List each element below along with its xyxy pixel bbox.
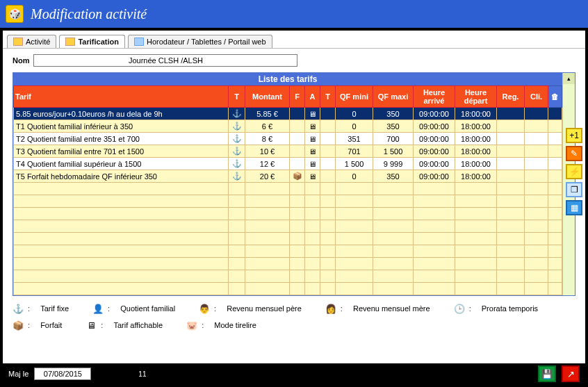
cell (290, 258, 305, 270)
cell: 18:00:00 (455, 170, 497, 183)
table-row[interactable]: T1 Quotient familial inférieur à 350⚓6 €… (14, 120, 562, 133)
col-t2[interactable]: T (320, 86, 336, 108)
anchor-icon (229, 283, 245, 295)
cell: 350 (373, 170, 414, 183)
cell (525, 145, 548, 158)
name-label: Nom (13, 56, 29, 65)
close-button[interactable]: ↗ (562, 365, 580, 382)
anchor-icon (229, 208, 245, 220)
cell (336, 270, 373, 283)
col-qfmini[interactable]: QF mini (336, 86, 373, 108)
cell: 09:00:00 (414, 170, 455, 183)
cell (414, 183, 455, 195)
tab-tarification[interactable]: Tarification (59, 35, 124, 48)
cell (245, 183, 290, 195)
cell (320, 195, 336, 208)
col-a[interactable]: A (305, 86, 320, 108)
majle-date-input[interactable] (34, 368, 91, 380)
cell (290, 133, 305, 145)
cell (497, 170, 525, 183)
anchor-icon (229, 220, 245, 233)
cell (414, 233, 455, 245)
legend-label: Tarif affichable (113, 321, 163, 329)
tab-activite[interactable]: Activité (7, 35, 56, 48)
table-row[interactable]: T4 Quotient familial supérieur à 1500⚓12… (14, 158, 562, 170)
window-title: Modification activité (31, 6, 147, 22)
action-sidebar: +1 ✎ ⚡ ❐ ▦ (566, 128, 582, 215)
cell (290, 158, 305, 170)
col-heure-depart[interactable]: Heure départ (455, 86, 497, 108)
cell: 350 (373, 108, 414, 120)
cell (336, 283, 373, 295)
tab-label: Horodateur / Tablettes / Portail web (147, 38, 266, 46)
cell (497, 258, 525, 270)
titlebar: 🎲 Modification activité (0, 0, 588, 28)
col-cli[interactable]: Cli. (525, 86, 548, 108)
tab-horodateur[interactable]: Horodateur / Tablettes / Portail web (128, 35, 272, 48)
col-tarif[interactable]: Tarif (14, 86, 229, 108)
legend-label: Forfait (40, 321, 62, 329)
copy-button[interactable]: ❐ (566, 182, 582, 197)
col-delete[interactable]: 🗑 (548, 86, 562, 108)
table-row[interactable]: T5 Forfait hebdomadaire QF inférieur 350… (14, 170, 562, 183)
info-button[interactable]: ▦ (566, 200, 582, 215)
table-row[interactable] (14, 220, 562, 233)
scroll-up-button[interactable]: ▴ (563, 73, 575, 84)
table-row[interactable] (14, 233, 562, 245)
table-row[interactable] (14, 183, 562, 195)
table-row[interactable]: 5.85 euros/jour+0.10euros /h au dela de … (14, 108, 562, 120)
cell (290, 195, 305, 208)
table-row[interactable] (14, 270, 562, 283)
table-row[interactable]: T3 Quotient familial entre 701 et 1500⚓1… (14, 145, 562, 158)
cell (548, 245, 562, 258)
cell (320, 120, 336, 133)
delete-button[interactable]: ⚡ (566, 164, 582, 179)
cell: 09:00:00 (414, 133, 455, 145)
cell (497, 245, 525, 258)
cell (14, 245, 229, 258)
display-icon (305, 283, 320, 295)
cell (290, 145, 305, 158)
tab-icon (65, 38, 75, 46)
cell (525, 120, 548, 133)
cell (548, 145, 562, 158)
person-icon: 👤 (92, 303, 104, 314)
anchor-icon: ⚓ (229, 120, 245, 133)
table-row[interactable] (14, 245, 562, 258)
cell (320, 208, 336, 220)
cell: 09:00:00 (414, 145, 455, 158)
footer: Maj le 11 💾 ↗ (3, 363, 585, 384)
edit-button[interactable]: ✎ (566, 146, 582, 161)
col-reg[interactable]: Reg. (497, 86, 525, 108)
table-row[interactable] (14, 258, 562, 270)
table-row[interactable]: T2 Quotient familial entre 351 et 700⚓8 … (14, 133, 562, 145)
cell: 700 (373, 133, 414, 145)
col-qfmaxi[interactable]: QF maxi (373, 86, 414, 108)
col-t[interactable]: T (229, 86, 245, 108)
display-icon (305, 208, 320, 220)
cell: 20 € (245, 170, 290, 183)
table-header-row: Tarif T Montant F A T QF mini QF maxi He… (14, 86, 562, 108)
cell (245, 208, 290, 220)
cell: 701 (336, 145, 373, 158)
cell: 18:00:00 (455, 120, 497, 133)
name-input[interactable] (33, 54, 297, 67)
col-f[interactable]: F (290, 86, 305, 108)
cell (455, 195, 497, 208)
table-row[interactable] (14, 208, 562, 220)
add-button[interactable]: +1 (566, 128, 582, 143)
cell (373, 233, 414, 245)
tab-icon (13, 38, 23, 46)
cell (548, 108, 562, 120)
col-montant[interactable]: Montant (245, 86, 290, 108)
cell (14, 283, 229, 295)
cell: 10 € (245, 145, 290, 158)
anchor-icon: ⚓ (229, 158, 245, 170)
table-row[interactable] (14, 195, 562, 208)
col-heure-arrive[interactable]: Heure arrivé (414, 86, 455, 108)
save-button[interactable]: 💾 (538, 365, 556, 382)
table-row[interactable] (14, 283, 562, 295)
anchor-icon (229, 233, 245, 245)
cell (290, 120, 305, 133)
cell (14, 183, 229, 195)
